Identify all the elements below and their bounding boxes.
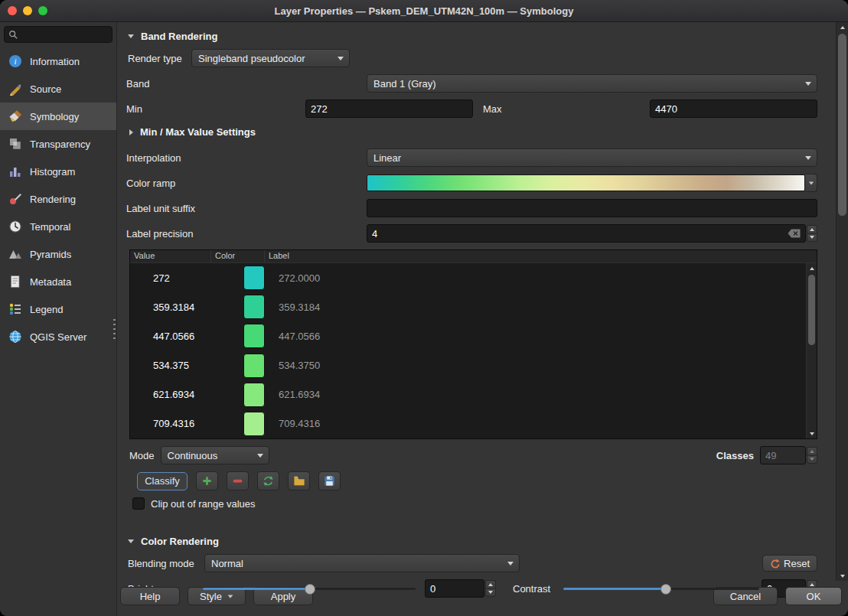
label-precision-label: Label precision xyxy=(126,228,367,240)
column-header-label[interactable]: Label xyxy=(265,250,817,262)
spin-down-button[interactable] xyxy=(807,233,817,243)
scroll-down-icon[interactable] xyxy=(837,571,848,581)
sidebar-resize-grip[interactable] xyxy=(113,319,116,341)
label-precision-row: Label precision xyxy=(126,224,817,243)
color-ramp-menu-button[interactable] xyxy=(805,174,817,192)
brightness-slider[interactable] xyxy=(203,582,416,595)
save-colormap-button[interactable] xyxy=(318,471,341,491)
band-rendering-header[interactable]: Band Rendering xyxy=(126,27,817,49)
band-row: Band Band 1 (Gray) xyxy=(126,74,817,93)
sidebar-search[interactable] xyxy=(4,26,113,43)
table-scroll-up-icon[interactable] xyxy=(807,263,817,273)
window-title: Layer Properties — Pskem_DEM_UTM42N_100m… xyxy=(275,5,574,17)
band-dropdown[interactable]: Band 1 (Gray) xyxy=(367,74,817,93)
mode-dropdown[interactable]: Continuous xyxy=(161,446,269,464)
histogram-icon xyxy=(8,164,23,179)
color-rendering-header[interactable]: Color Rendering xyxy=(126,532,817,554)
blending-mode-dropdown[interactable]: Normal xyxy=(204,554,520,572)
symbology-icon xyxy=(8,109,23,124)
classify-button[interactable]: Classify xyxy=(137,472,188,491)
chevron-down-icon xyxy=(228,595,233,598)
sidebar-item-label: Histogram xyxy=(30,166,75,178)
table-row[interactable]: 447.0566 447.0566 xyxy=(130,321,806,350)
sidebar-item-qgis-server[interactable]: QGIS Server xyxy=(0,323,116,350)
classes-label: Classes xyxy=(716,450,754,461)
sidebar-item-metadata[interactable]: Metadata xyxy=(0,268,116,295)
table-row[interactable]: 709.4316 709.4316 xyxy=(130,409,806,438)
add-class-button[interactable] xyxy=(196,471,218,491)
ok-button[interactable]: OK xyxy=(785,587,842,605)
max-field[interactable] xyxy=(650,99,817,118)
table-scroll-thumb[interactable] xyxy=(808,275,815,345)
spin-up-button[interactable] xyxy=(807,225,817,233)
label-precision-field[interactable] xyxy=(367,224,806,243)
band-label: Band xyxy=(126,78,367,90)
save-icon xyxy=(324,475,335,487)
main-scrollbar[interactable] xyxy=(836,22,848,581)
sidebar-item-legend[interactable]: Legend xyxy=(0,295,116,323)
brightness-slider-handle[interactable] xyxy=(305,584,315,595)
zoom-button[interactable] xyxy=(38,6,47,15)
clip-row[interactable]: Clip out of range values xyxy=(132,497,817,510)
table-row[interactable]: 534.375 534.3750 xyxy=(130,351,806,380)
clear-value-icon[interactable] xyxy=(788,229,801,238)
sidebar-item-information[interactable]: i Information xyxy=(0,47,116,75)
min-field[interactable] xyxy=(305,99,473,118)
mode-label: Mode xyxy=(129,450,155,461)
sidebar-item-source[interactable]: Source xyxy=(0,75,116,103)
color-swatch[interactable] xyxy=(243,295,265,319)
contrast-slider-handle[interactable] xyxy=(660,584,671,595)
render-type-dropdown[interactable]: Singleband pseudocolor xyxy=(191,49,350,67)
column-header-value[interactable]: Value xyxy=(130,250,211,262)
sidebar-item-label: Pyramids xyxy=(30,249,71,260)
sidebar-item-temporal[interactable]: Temporal xyxy=(0,213,116,240)
sidebar-item-label: Symbology xyxy=(30,111,79,122)
load-colormap-button[interactable] xyxy=(288,471,310,491)
column-header-color[interactable]: Color xyxy=(211,250,265,262)
max-input[interactable] xyxy=(655,103,812,115)
svg-text:i: i xyxy=(14,57,16,66)
table-row[interactable]: 272 272.0000 xyxy=(130,263,806,292)
main-scroll-thumb[interactable] xyxy=(838,34,846,216)
refresh-classes-button[interactable] xyxy=(257,471,279,491)
table-row[interactable]: 359.3184 359.3184 xyxy=(130,292,806,321)
color-swatch[interactable] xyxy=(243,266,265,290)
remove-class-button[interactable] xyxy=(227,471,249,491)
sidebar-item-pyramids[interactable]: Pyramids xyxy=(0,240,116,268)
metadata-icon xyxy=(8,274,23,289)
render-type-row: Render type Singleband pseudocolor xyxy=(128,49,817,67)
sidebar-item-rendering[interactable]: Rendering xyxy=(0,185,116,213)
symbology-panel: Band Rendering Render type Singleband ps… xyxy=(117,22,836,581)
label-precision-input[interactable] xyxy=(372,228,783,240)
search-input[interactable] xyxy=(21,28,108,41)
scroll-up-icon[interactable] xyxy=(837,22,848,32)
label-unit-suffix-field[interactable] xyxy=(367,199,817,217)
color-swatch[interactable] xyxy=(243,354,265,378)
help-button[interactable]: Help xyxy=(120,587,180,605)
reset-button[interactable]: Reset xyxy=(762,555,817,572)
color-swatch[interactable] xyxy=(243,383,265,407)
sidebar-item-label: Metadata xyxy=(30,276,71,288)
table-scroll-down-icon[interactable] xyxy=(807,429,817,438)
table-scrollbar[interactable] xyxy=(806,263,817,438)
clip-checkbox[interactable] xyxy=(132,497,145,510)
minmax-settings-header[interactable]: Min / Max Value Settings xyxy=(126,125,817,144)
label-unit-suffix-input[interactable] xyxy=(372,203,812,214)
color-ramp-label: Color ramp xyxy=(126,178,367,189)
minimize-button[interactable] xyxy=(23,6,32,15)
min-input[interactable] xyxy=(311,103,468,115)
sidebar-item-histogram[interactable]: Histogram xyxy=(0,158,116,185)
sidebar-item-transparency[interactable]: Transparency xyxy=(0,130,116,158)
min-max-row: Min Max xyxy=(126,99,817,118)
sidebar-item-symbology[interactable]: Symbology xyxy=(0,103,116,130)
table-row[interactable]: 621.6934 621.6934 xyxy=(130,380,806,409)
contrast-slider[interactable] xyxy=(563,582,759,595)
close-button[interactable] xyxy=(8,6,17,15)
color-ramp-preview[interactable] xyxy=(367,174,805,191)
interpolation-dropdown[interactable]: Linear xyxy=(367,148,817,167)
interpolation-row: Interpolation Linear xyxy=(126,148,817,167)
color-swatch[interactable] xyxy=(243,324,265,348)
label-unit-suffix-label: Label unit suffix xyxy=(126,203,367,214)
label-precision-spinner[interactable] xyxy=(807,225,817,242)
color-swatch[interactable] xyxy=(243,412,265,436)
